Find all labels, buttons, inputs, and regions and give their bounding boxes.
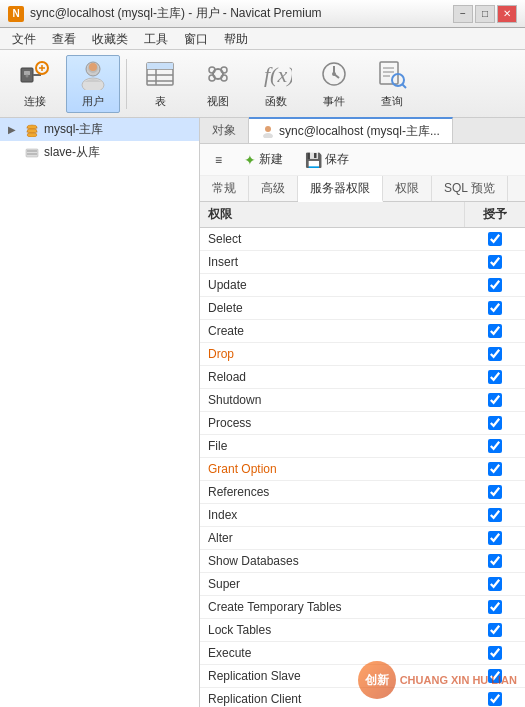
header-privilege: 权限 bbox=[200, 202, 465, 227]
sub-tab-server-privileges[interactable]: 服务器权限 bbox=[298, 176, 383, 202]
tab-bar: 对象 sync@localhost (mysql-主库... bbox=[200, 118, 525, 144]
window-controls[interactable]: − □ ✕ bbox=[453, 5, 517, 23]
minimize-button[interactable]: − bbox=[453, 5, 473, 23]
permission-name: Show Databases bbox=[200, 550, 465, 572]
toolbar-function[interactable]: f(x) 函数 bbox=[249, 55, 303, 113]
permission-checkbox-cell[interactable] bbox=[465, 368, 525, 386]
permission-name: References bbox=[200, 481, 465, 503]
svg-point-35 bbox=[27, 133, 37, 137]
permission-checkbox[interactable] bbox=[488, 577, 502, 591]
permission-checkbox[interactable] bbox=[488, 439, 502, 453]
permission-checkbox[interactable] bbox=[488, 531, 502, 545]
hamburger-menu-button[interactable]: ≡ bbox=[208, 150, 229, 170]
tab-user-detail[interactable]: sync@localhost (mysql-主库... bbox=[249, 117, 453, 143]
main-layout: ▶ mysql-主库 ▶ slave-从 bbox=[0, 118, 525, 707]
permission-checkbox-cell[interactable] bbox=[465, 391, 525, 409]
permission-checkbox-cell[interactable] bbox=[465, 299, 525, 317]
permission-checkbox[interactable] bbox=[488, 508, 502, 522]
toolbar-event[interactable]: 事件 bbox=[307, 55, 361, 113]
menu-bar: 文件 查看 收藏类 工具 窗口 帮助 bbox=[0, 28, 525, 50]
close-button[interactable]: ✕ bbox=[497, 5, 517, 23]
permission-checkbox-cell[interactable] bbox=[465, 483, 525, 501]
permission-checkbox-cell[interactable] bbox=[465, 414, 525, 432]
sub-tab-privileges-label: 权限 bbox=[395, 180, 419, 197]
permission-checkbox[interactable] bbox=[488, 232, 502, 246]
permission-checkbox-cell[interactable] bbox=[465, 644, 525, 662]
permission-checkbox[interactable] bbox=[488, 623, 502, 637]
title-bar: N sync@localhost (mysql-主库) - 用户 - Navic… bbox=[0, 0, 525, 28]
svg-point-10 bbox=[89, 63, 97, 71]
permission-checkbox-cell[interactable] bbox=[465, 460, 525, 478]
permission-checkbox-cell[interactable] bbox=[465, 621, 525, 639]
toolbar-connect[interactable]: 连接 bbox=[8, 55, 62, 113]
permissions-rows: SelectInsertUpdateDeleteCreateDropReload… bbox=[200, 228, 525, 707]
sidebar-item-mysql-master-label: mysql-主库 bbox=[44, 121, 103, 138]
maximize-button[interactable]: □ bbox=[475, 5, 495, 23]
permission-checkbox-cell[interactable] bbox=[465, 437, 525, 455]
permission-checkbox-cell[interactable] bbox=[465, 230, 525, 248]
sub-tab-advanced[interactable]: 高级 bbox=[249, 176, 298, 201]
permission-checkbox-cell[interactable] bbox=[465, 253, 525, 271]
toolbar-view[interactable]: 视图 bbox=[191, 55, 245, 113]
toolbar-table[interactable]: 表 bbox=[133, 55, 187, 113]
table-row: Delete bbox=[200, 297, 525, 320]
tab-object[interactable]: 对象 bbox=[200, 118, 249, 143]
menu-window[interactable]: 窗口 bbox=[176, 30, 216, 47]
new-button[interactable]: ✦ 新建 bbox=[237, 148, 290, 171]
permission-name: Select bbox=[200, 228, 465, 250]
permission-checkbox[interactable] bbox=[488, 393, 502, 407]
permission-checkbox[interactable] bbox=[488, 554, 502, 568]
svg-rect-1 bbox=[24, 71, 30, 75]
menu-view[interactable]: 查看 bbox=[44, 30, 84, 47]
svg-line-32 bbox=[402, 84, 406, 88]
toolbar-query[interactable]: 查询 bbox=[365, 55, 419, 113]
permission-name: Super bbox=[200, 573, 465, 595]
permission-checkbox[interactable] bbox=[488, 278, 502, 292]
permission-checkbox-cell[interactable] bbox=[465, 575, 525, 593]
header-grant: 授予 bbox=[465, 202, 525, 227]
save-button[interactable]: 💾 保存 bbox=[298, 148, 356, 171]
permission-checkbox-cell[interactable] bbox=[465, 322, 525, 340]
watermark-text: CHUANG XIN HU LIAN bbox=[400, 674, 517, 686]
new-icon: ✦ bbox=[244, 152, 256, 168]
sub-tab-sql-preview[interactable]: SQL 预览 bbox=[432, 176, 508, 201]
permission-checkbox[interactable] bbox=[488, 324, 502, 338]
sidebar-item-mysql-master[interactable]: ▶ mysql-主库 bbox=[0, 118, 199, 141]
permission-checkbox[interactable] bbox=[488, 485, 502, 499]
permission-checkbox-cell[interactable] bbox=[465, 345, 525, 363]
permission-checkbox[interactable] bbox=[488, 646, 502, 660]
watermark-circle-text: 创新 bbox=[365, 672, 389, 689]
table-row: References bbox=[200, 481, 525, 504]
menu-tools[interactable]: 工具 bbox=[136, 30, 176, 47]
permission-checkbox[interactable] bbox=[488, 416, 502, 430]
sub-tab-general[interactable]: 常规 bbox=[200, 176, 249, 201]
connect-icon bbox=[19, 58, 51, 90]
permission-checkbox[interactable] bbox=[488, 347, 502, 361]
permission-checkbox-cell[interactable] bbox=[465, 506, 525, 524]
table-row: Update bbox=[200, 274, 525, 297]
expand-arrow-slave-icon: ▶ bbox=[8, 147, 20, 158]
event-label: 事件 bbox=[323, 94, 345, 109]
toolbar-user[interactable]: 用户 bbox=[66, 55, 120, 113]
permission-checkbox[interactable] bbox=[488, 301, 502, 315]
permission-checkbox-cell[interactable] bbox=[465, 598, 525, 616]
svg-rect-16 bbox=[147, 63, 173, 69]
permission-checkbox-cell[interactable] bbox=[465, 276, 525, 294]
sub-tab-general-label: 常规 bbox=[212, 180, 236, 197]
menu-favorites[interactable]: 收藏类 bbox=[84, 30, 136, 47]
permission-checkbox-cell[interactable] bbox=[465, 552, 525, 570]
sidebar-item-slave[interactable]: ▶ slave-从库 bbox=[0, 141, 199, 164]
permission-checkbox[interactable] bbox=[488, 255, 502, 269]
database-icon bbox=[24, 122, 40, 138]
table-row: Reload bbox=[200, 366, 525, 389]
svg-point-40 bbox=[263, 133, 273, 138]
table-row: Grant Option bbox=[200, 458, 525, 481]
menu-file[interactable]: 文件 bbox=[4, 30, 44, 47]
table-row: Alter bbox=[200, 527, 525, 550]
permission-checkbox[interactable] bbox=[488, 462, 502, 476]
permission-checkbox[interactable] bbox=[488, 370, 502, 384]
permission-checkbox[interactable] bbox=[488, 600, 502, 614]
sub-tab-privileges[interactable]: 权限 bbox=[383, 176, 432, 201]
permission-checkbox-cell[interactable] bbox=[465, 529, 525, 547]
menu-help[interactable]: 帮助 bbox=[216, 30, 256, 47]
